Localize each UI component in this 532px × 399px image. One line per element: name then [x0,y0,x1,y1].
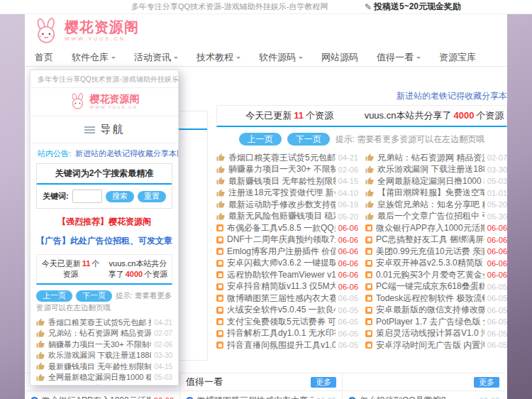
resource-list-item[interactable]: 最新赚钱项目 无年龄性别限制 稳定日撸300+ 04-15 [36,361,172,373]
resource-list-item[interactable]: 火绒安全软件v5.0.45 一款良心的国产安全软件 06-05 [216,305,358,317]
announcement-text[interactable]: 新进站的老铁记得收藏分享本网站哦！ [75,149,178,158]
resource-list-item[interactable]: 最后一个文章广告位招租中 引千万流 聚八方 05-30 [365,211,507,223]
resource-list-item[interactable]: 美团0.99元充值10元话费 亲测10元话费秒到 06-06 [365,246,507,258]
nav-item[interactable]: 资源宝库 [439,51,476,64]
resource-list-item[interactable]: 布偶必备工具v5.8.5 一款QQ多功能工具软件 06-06 [216,222,358,234]
popup-logo[interactable]: 樱花资源阁 WWW.VUUS.CN [31,88,178,116]
section-list-item[interactable]: ! 微众银行APP存入1000元活期次日可以获得无门 06-06 [31,395,174,399]
resource-list-item[interactable]: 最新赚钱项目 无年龄性别限制 稳定日撸300+ 04-15 [216,175,358,187]
resource-title: 最新运动助手修改步数支持微信QQ+ZFB步数 [228,199,336,211]
resource-list-item[interactable]: 最新运动助手修改步数支持微信QQ+ZFB步数 06-19 [216,199,358,211]
resource-list-item[interactable]: 【莆田潮牌鞋服】免费送空军一号匡威1970s 01-01 [365,187,507,200]
pinned-thumb-icon [365,212,374,221]
prev-page-button[interactable]: 上一页 [239,133,282,146]
resource-title: 安卓抖音精简版v11.3 仅5M大小 支持账号登录 [227,281,336,293]
resource-title: 兄弟站：钻石资源网 精品资源免费分享基地 [377,152,484,164]
resource-title: 躺赚暴力项目一天30+ 不限制年龄抓紧上车 [48,339,151,350]
resource-title: 躺赚暴力项目一天30+ 不限制年龄抓紧上车 [228,164,336,176]
resource-title: 注册送18元零投资做代理 新会员分红存1000 [228,187,336,200]
resource-title: PC端一键完成京东618叠蛋糕活动任务工具 [376,281,484,293]
nav-item[interactable]: 活动资讯 [134,51,178,64]
resource-title: 布偶必备工具v5.8.5 一款QQ多功能工具软件 [227,222,336,234]
nav-item[interactable]: 技术教程 [196,51,240,64]
resource-list-item[interactable]: 抖音解析工具dy1.0.1 无水印视频一键解析软件 06-05 [216,328,358,340]
section-items: ! 怎么投稿到QQ悬赏馆? 06-02 [343,391,505,399]
resource-list-item[interactable]: 香烟口粮芙蓉王试货5元包邮 招收代理 04-21 [216,152,358,164]
search-button[interactable]: 搜索 [106,191,134,202]
resource-title: 最新无风险包赔赚钱项目 稳定收入200-500元 [228,211,336,223]
nav-item-label: 技术教程 [196,51,233,64]
prev-page-button[interactable]: 上一页 [36,290,72,302]
resource-list-item[interactable]: PC端一键完成京东618叠蛋糕活动任务工具 06-05 [365,281,507,293]
resource-list-item[interactable]: Emlog博客用户注册插件 价值80元免费分享 06-06 [216,246,358,258]
resource-list-item[interactable]: 安卓抖音精简版v11.3 仅5M大小 支持账号登录 06-06 [216,281,358,293]
section-item-title: 微博晒图第三届性感内衣大赛 正规美图等你欣赏 [197,395,314,399]
pinned-thumb-icon [216,153,225,162]
resource-list-item[interactable]: 最新无风险包赔赚钱项目 稳定收入200-500元 05-20 [216,211,358,223]
resource-date: 06-06 [338,259,358,268]
resource-list-item[interactable]: 注册送18元零投资做代理 新会员分红存1000 04-10 [36,383,172,386]
resource-list-item[interactable]: 抖音直播间氛围提升工具v1.0.0 直播间自动发 06-05 [216,339,358,351]
next-page-button[interactable]: 下一页 [76,290,112,302]
pinned-thumb-icon [216,177,225,185]
resource-list-item[interactable]: 欢乐游戏漏洞 下载注册送1888元 官方合作 03-30 [365,164,507,176]
nav-item[interactable]: 首页 [35,51,53,64]
resource-date: 06-05 [487,341,507,349]
resource-list-item[interactable]: 兄弟站：钻石资源网 精品资源免费分享基地 02-07 [36,328,172,339]
resource-list-item[interactable]: DNF十二周年庆典预约领取7天黑钻 回归用户 06-06 [216,234,358,246]
resource-list-item[interactable]: 安卓双开神器v2.5.3.0精简版 解决多账号切换 06-06 [365,258,507,270]
popup-nav-toggle[interactable]: 导航 [31,116,178,143]
more-button[interactable]: 更多 [474,377,499,388]
resource-title: 皇族馆兄弟站：知名分享吧 精品资源分享基地 [377,199,484,211]
resource-list-item[interactable]: 全网最新稳定漏洞日撸1000 稳稳稳 05-03 [365,175,507,187]
resource-list-item[interactable]: 躺赚暴力项目一天30+ 不限制年龄抓紧上车 02-06 [216,164,358,176]
recommend-ad-link[interactable]: 【强烈推荐】樱花资源阁 [31,216,178,228]
resource-title: 全网最新稳定漏洞日撸1000 稳稳稳 [48,372,151,383]
resource-list-item[interactable]: PC恶搞整好友工具 捆绑满屏弹窗整蛊专家 效 06-06 [365,234,507,246]
resource-date: 04-21 [154,319,172,327]
resource-list-item[interactable]: 0.01元购买3个月爱奇艺黄金会员 仅限京东白 06-06 [365,269,507,281]
announcement-label: 站内公告: [38,149,71,158]
resource-list-item[interactable]: 皇族馆兄弟站：知名分享吧 精品资源分享基地 05-20 [365,199,507,211]
pinned-thumb-icon [36,362,45,371]
resource-list-item[interactable]: 微博晒图第三届性感内衣大赛 正规美图等你欣赏 06-05 [216,293,358,305]
submit-reward-link[interactable]: ✎ 投稿送5~20元现金奖励 [365,1,461,13]
resource-list-item[interactable]: 微众银行APP存入1000元活期次日可以获得无 06-06 [365,222,507,234]
resource-list-item[interactable]: 欢乐游戏漏洞 下载注册送1888元 官方合作 03-30 [36,350,172,361]
section-list-item[interactable]: ! 怎么投稿到QQ悬赏馆? 06-02 [348,395,499,399]
resource-list-item[interactable]: 安卓浮动时间无广告版 内置淘宝/京东/苏宁/拼 06-05 [365,339,507,351]
resource-list-item[interactable]: 策启灵活动线报计算器V1.0 淘客必备的一款软 06-05 [365,328,507,340]
nav-item[interactable]: 软件仓库 [72,51,116,64]
resource-date: 06-05 [338,294,358,302]
post-icon [365,318,372,325]
ad-slot-link[interactable]: 【广告】此处广告位招租、可发文章 [31,235,178,247]
pinned-thumb-icon [365,189,374,197]
resource-list-item[interactable]: 安卓闪截大师v3.6.2 一键提取QQ好友发的闪照 06-06 [216,258,358,270]
resource-list-item[interactable]: PotPlayer 1.7 去广告绿色版 免费全能影音播 06-05 [365,316,507,328]
nav-item[interactable]: 网站源码 [321,51,358,64]
resource-list-item[interactable]: 支付宝免费领取5元话费券 可45元充值三网50元 06-05 [216,316,358,328]
nav-item-label: 活动资讯 [134,51,171,64]
keyword-input[interactable] [72,190,102,203]
resource-list-item[interactable]: 安卓最新版的微信支持修改微信号了！ IOS版 06-05 [365,305,507,317]
reset-button[interactable]: 重置 [138,191,166,202]
next-page-button[interactable]: 下一页 [287,133,330,146]
resource-list-item[interactable]: 注册送18元零投资做代理 新会员分红存1000 04-10 [216,187,358,200]
logo-text[interactable]: 樱花资源阁 WWW.VUUS.CN [65,19,139,41]
resource-list-item[interactable]: 香烟口粮芙蓉王试货5元包邮 招收代理 04-21 [36,317,172,329]
resource-title: 兄弟站：钻石资源网 精品资源免费分享基地 [48,328,151,339]
resource-list-item[interactable]: Todesk远程控制软件 极致流畅的远程协助工具 06-05 [365,293,507,305]
nav-item[interactable]: 软件源码 [259,51,303,64]
post-icon [216,260,223,267]
resource-list-item[interactable]: 躺赚暴力项目一天30+ 不限制年龄抓紧上车 02-06 [36,339,172,351]
section-item-title: 怎么投稿到QQ悬赏馆? [360,395,477,399]
scrolling-notice[interactable]: 新进站的老铁记得收藏分享本 [216,89,507,102]
section-list-item[interactable]: ! 微博晒图第三届性感内衣大赛 正规美图等你欣赏 06-05 [186,395,336,399]
more-button[interactable]: 更多 [311,377,336,388]
nav-item[interactable]: 值得一看 [377,51,421,64]
site-title: 樱花资源阁 [65,19,139,35]
resource-list-item[interactable]: 远程协助软件TeamViewer v11 单文件版 方便 06-06 [216,269,358,281]
resource-list-item[interactable]: 兄弟站：钻石资源网 精品资源免费分享基地 02-07 [365,152,507,164]
resource-list-item[interactable]: 全网最新稳定漏洞日撸1000 稳稳稳 05-03 [36,372,172,383]
post-icon [216,248,223,255]
